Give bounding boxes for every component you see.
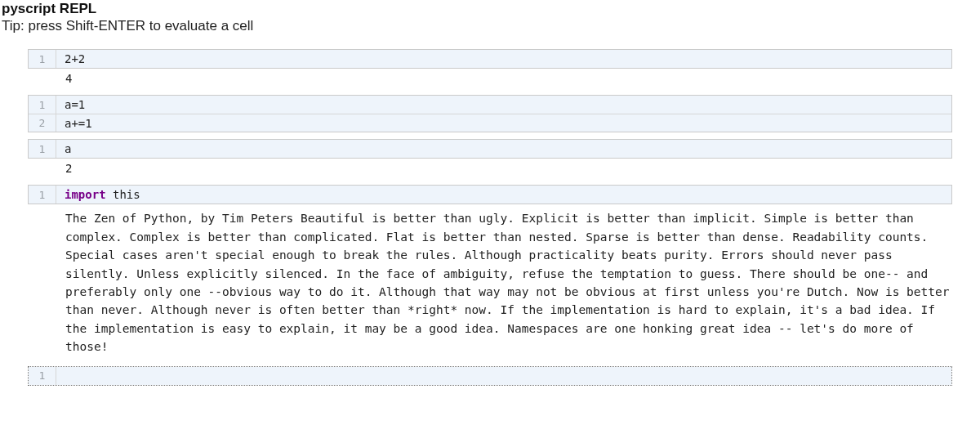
repl-cell: 1 a 2 xyxy=(28,139,952,178)
code-input-block[interactable]: 1 2+2 xyxy=(28,49,952,69)
cell-output: 4 xyxy=(28,69,952,88)
repl-cells: 1 2+2 4 1 a=1 2 a+=1 xyxy=(0,49,980,386)
code-line[interactable]: 1 xyxy=(29,367,951,385)
line-number: 1 xyxy=(29,367,56,385)
code-line[interactable]: 1 import this xyxy=(29,186,951,204)
code-line[interactable]: 2 a+=1 xyxy=(29,114,951,132)
line-number: 2 xyxy=(29,114,56,132)
code-input-block[interactable]: 1 import this xyxy=(28,185,952,204)
code-text[interactable]: a xyxy=(56,140,951,158)
line-number: 1 xyxy=(29,50,56,68)
repl-cell: 1 2+2 4 xyxy=(28,49,952,88)
cell-output: 2 xyxy=(28,159,952,178)
code-input-block[interactable]: 1 a xyxy=(28,139,952,159)
line-number: 1 xyxy=(29,186,56,204)
cell-output: The Zen of Python, by Tim Peters Beautif… xyxy=(28,208,952,360)
repl-cell: 1 import this The Zen of Python, by Tim … xyxy=(28,185,952,360)
code-text[interactable] xyxy=(56,367,951,385)
line-number: 1 xyxy=(29,140,56,158)
tip-text: Tip: press Shift-ENTER to evaluate a cel… xyxy=(0,18,980,43)
page-title: pyscript REPL xyxy=(0,0,980,18)
code-line[interactable]: 1 a=1 xyxy=(29,96,951,114)
code-input-block[interactable]: 1 a=1 2 a+=1 xyxy=(28,95,952,132)
code-input-block[interactable]: 1 xyxy=(28,366,952,386)
code-text[interactable]: a+=1 xyxy=(56,114,951,132)
keyword: import xyxy=(65,188,106,201)
code-text[interactable]: a=1 xyxy=(56,96,951,114)
code-text[interactable]: 2+2 xyxy=(56,50,951,68)
code-line[interactable]: 1 a xyxy=(29,140,951,158)
line-number: 1 xyxy=(29,96,56,114)
repl-cell: 1 xyxy=(28,366,952,386)
code-rest: this xyxy=(106,188,140,201)
code-line[interactable]: 1 2+2 xyxy=(29,50,951,68)
code-text[interactable]: import this xyxy=(56,186,951,204)
repl-cell: 1 a=1 2 a+=1 xyxy=(28,95,952,132)
